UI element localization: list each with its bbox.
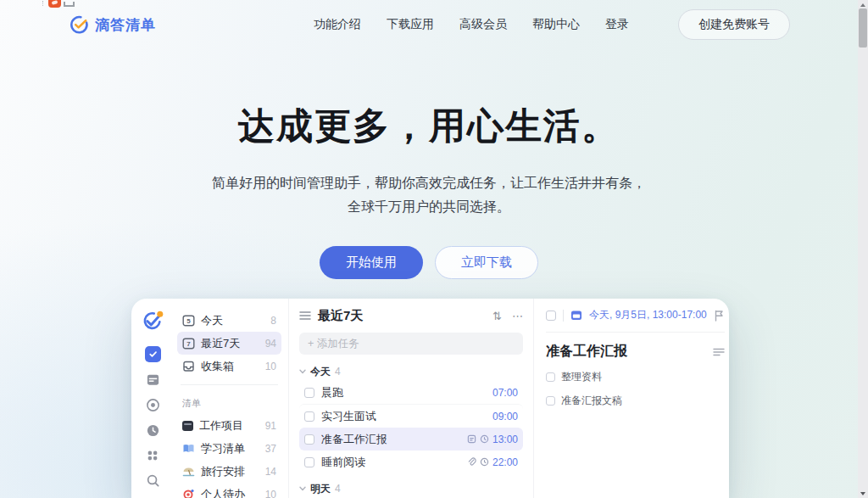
detail-checkbox	[546, 311, 556, 321]
inbox-icon	[182, 360, 195, 372]
task-time: 07:00	[492, 387, 518, 399]
sidebar-list-travel: 旅行安排 14	[177, 460, 281, 483]
task-title: 晨跑	[321, 385, 343, 400]
task-checkbox	[304, 457, 314, 467]
svg-text:7: 7	[186, 340, 191, 348]
sidebar-item-count: 91	[265, 420, 276, 432]
task-time: 13:00	[492, 434, 518, 445]
task-row-interview: 实习生面试 09:00	[299, 404, 523, 428]
sidebar-item-label: 旅行安排	[201, 464, 245, 479]
sidebar-section-label: 清单	[177, 392, 281, 414]
download-now-button[interactable]: 立即下载	[435, 246, 538, 279]
chevron-down-icon	[299, 369, 306, 374]
group-header-today: 今天 4	[299, 362, 523, 381]
sidebar-item-label: 最近7天	[201, 336, 240, 351]
clock-icon	[480, 434, 489, 444]
scrollbar-up-arrow[interactable]	[860, 3, 865, 7]
sort-icon: ⇅	[492, 310, 502, 322]
sidebar-item-count: 10	[265, 361, 276, 372]
hero-subtitle-line2: 全球千万用户的共同选择。	[348, 199, 510, 214]
sidebar-item-count: 94	[265, 338, 276, 350]
list-header: 最近7天 ⇅ ⋯	[299, 299, 523, 333]
sidebar-list-work: 工作项目 91	[177, 414, 281, 437]
list-title: 最近7天	[318, 308, 363, 324]
svg-text:5: 5	[186, 317, 191, 325]
rail-clock-icon	[144, 422, 161, 439]
scrollbar-down-arrow[interactable]	[860, 492, 865, 495]
subtask-row: 整理资料	[546, 370, 725, 384]
add-task-placeholder: + 添加任务	[308, 337, 359, 351]
task-detail-panel: 今天, 9月5日, 13:00-17:00 准备工作汇报 整理资料 准备汇报文稿	[534, 299, 729, 498]
date-calendar-icon	[570, 310, 582, 321]
sidebar-item-label: 收集箱	[201, 359, 234, 374]
chevron-down-icon	[299, 486, 306, 491]
flag-icon	[714, 310, 725, 322]
top-navigation: 滴答清单 功能介绍 下载应用 高级会员 帮助中心 登录 创建免费账号	[0, 0, 858, 49]
group-header-tomorrow: 明天 4	[299, 479, 523, 498]
subtask-checkbox	[546, 372, 555, 382]
nav-item-download[interactable]: 下载应用	[387, 17, 434, 32]
subtask-checkbox	[546, 396, 555, 406]
subtask-title: 整理资料	[561, 370, 602, 384]
more-icon: ⋯	[512, 310, 523, 322]
group-label: 今天	[310, 365, 331, 379]
get-started-button[interactable]: 开始使用	[320, 246, 423, 279]
description-lines-icon	[713, 348, 725, 356]
detail-date: 今天, 9月5日, 13:00-17:00	[589, 308, 707, 322]
task-list-panel: 最近7天 ⇅ ⋯ + 添加任务 今天 4 晨跑 07:00 实习生面试 09:0…	[288, 299, 534, 498]
target-icon	[182, 488, 195, 498]
nav-item-help[interactable]: 帮助中心	[532, 17, 580, 32]
work-list-icon	[182, 421, 193, 431]
sidebar-item-inbox: 收集箱 10	[177, 355, 281, 378]
sidebar-item-count: 10	[265, 489, 276, 498]
sidebar-item-label: 个人待办	[201, 487, 245, 498]
task-time: 22:00	[492, 456, 518, 468]
ticktick-logo-icon	[70, 15, 89, 35]
brand-logo[interactable]: 滴答清单	[70, 15, 156, 35]
task-row-morning-run: 晨跑 07:00	[299, 381, 523, 404]
app-screenshot-mockup: 5 今天 8 7 最近7天 94 收集箱 10 清单 工作项目 91 学习清单 …	[131, 299, 729, 498]
subtask-row: 准备汇报文稿	[546, 394, 725, 408]
hero-subtitle-line1: 简单好用的时间管理助手，帮助你高效完成任务，让工作生活井井有条，	[212, 176, 646, 190]
clock-icon	[480, 457, 489, 467]
week-calendar-icon: 7	[182, 337, 195, 350]
sidebar-item-count: 14	[265, 466, 276, 478]
signup-button[interactable]: 创建免费账号	[678, 9, 790, 40]
sidebar-list-study: 学习清单 37	[177, 437, 281, 460]
menu-icon	[299, 311, 311, 321]
book-icon	[182, 442, 195, 455]
app-sidebar: 5 今天 8 7 最近7天 94 收集箱 10 清单 工作项目 91 学习清单 …	[174, 299, 288, 498]
task-title: 准备工作汇报	[321, 432, 387, 447]
nav-item-features[interactable]: 功能介绍	[314, 17, 361, 32]
detail-title: 准备工作汇报	[546, 343, 627, 361]
task-row-bedtime-reading: 睡前阅读 22:00	[299, 450, 523, 473]
sidebar-list-personal: 个人待办 10	[177, 483, 281, 498]
nav-item-premium[interactable]: 高级会员	[459, 17, 507, 32]
sidebar-item-label: 今天	[201, 313, 223, 328]
hero-subtitle: 简单好用的时间管理助手，帮助你高效完成任务，让工作生活井井有条， 全球千万用户的…	[0, 171, 858, 219]
task-checkbox	[304, 434, 314, 445]
hero-section: 达成更多，用心生活。 简单好用的时间管理助手，帮助你高效完成任务，让工作生活井井…	[0, 49, 858, 279]
detail-header: 今天, 9月5日, 13:00-17:00	[546, 299, 725, 333]
subtask-title: 准备汇报文稿	[561, 394, 622, 408]
detail-divider	[563, 310, 564, 322]
sidebar-item-next7days: 7 最近7天 94	[177, 332, 281, 355]
rail-search-icon	[144, 473, 161, 489]
attachment-icon	[467, 457, 476, 467]
detail-title-row: 准备工作汇报	[546, 343, 725, 361]
sidebar-item-count: 37	[265, 443, 276, 455]
rail-focus-icon	[144, 397, 161, 413]
group-count: 4	[335, 366, 341, 378]
list-tools: ⇅ ⋯	[492, 310, 523, 322]
task-title: 睡前阅读	[321, 455, 365, 470]
page-scrollbar[interactable]	[858, 0, 868, 498]
sidebar-item-label: 工作项目	[199, 418, 243, 434]
task-checkbox	[304, 388, 314, 398]
rail-grid-icon	[144, 447, 161, 463]
sidebar-item-today: 5 今天 8	[177, 309, 281, 332]
sidebar-item-label: 学习清单	[201, 441, 245, 456]
nav-item-login[interactable]: 登录	[605, 17, 629, 32]
today-calendar-icon: 5	[182, 314, 195, 327]
scrollbar-thumb[interactable]	[859, 8, 867, 48]
note-icon	[467, 434, 476, 444]
